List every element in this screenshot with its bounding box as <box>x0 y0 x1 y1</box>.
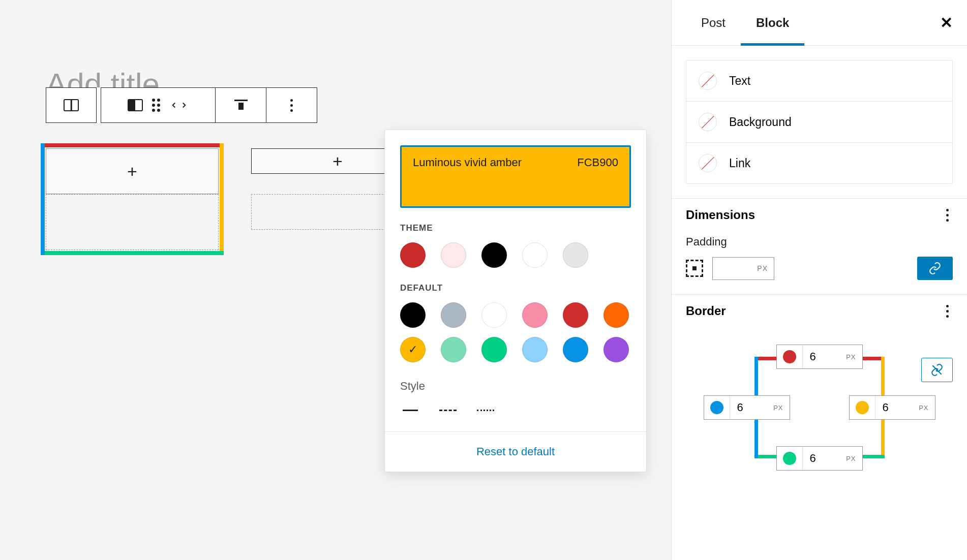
column-placeholder <box>46 194 219 250</box>
border-visual: 6 PX 6 PX 6 PX 6 PX <box>728 347 911 469</box>
swatch-white[interactable] <box>481 302 507 328</box>
color-hex: FCB900 <box>577 156 618 169</box>
theme-label: THEME <box>400 223 631 233</box>
more-options-button[interactable] <box>266 87 317 123</box>
column-1[interactable]: + <box>41 143 224 255</box>
block-appender[interactable]: + <box>46 148 219 194</box>
border-right-control[interactable]: 6 PX <box>849 395 935 420</box>
text-color-indicator <box>699 72 717 90</box>
swatch-red[interactable] <box>563 302 588 328</box>
block-toolbar <box>46 87 317 123</box>
border-top-unit: PX <box>846 353 862 361</box>
swatch-orange[interactable] <box>603 302 629 328</box>
column-select-icon[interactable] <box>128 99 143 111</box>
vertical-align-button[interactable] <box>216 87 266 123</box>
border-left-unit: PX <box>773 404 789 412</box>
columns-icon <box>64 99 79 111</box>
border-top-value[interactable]: 6 <box>803 350 847 363</box>
color-picker-popover: Luminous vivid amber FCB900 THEME DEFAUL… <box>384 130 647 472</box>
text-color-label: Text <box>729 74 750 88</box>
color-panel: Text Background Link <box>672 46 967 198</box>
style-dashed[interactable] <box>438 404 458 416</box>
columns-block: + + <box>41 143 429 255</box>
padding-input[interactable]: PX <box>712 257 774 280</box>
border-heading: Border <box>686 304 726 318</box>
border-header: Border <box>672 295 967 327</box>
default-swatches-row2 <box>400 337 631 362</box>
unlink-sides-button[interactable] <box>921 358 953 382</box>
selected-color-chip: Luminous vivid amber FCB900 <box>400 145 631 208</box>
swatch-lightblue[interactable] <box>522 337 548 362</box>
swatch-theme-4[interactable] <box>563 242 588 268</box>
dimensions-heading: Dimensions <box>686 208 755 222</box>
border-left-value[interactable]: 6 <box>730 401 774 414</box>
columns-block-button[interactable] <box>46 87 97 123</box>
theme-swatches <box>400 242 631 268</box>
style-dotted[interactable] <box>475 404 496 416</box>
swatch-black[interactable] <box>400 302 426 328</box>
swatch-lightgreen[interactable] <box>441 337 466 362</box>
link-color-indicator <box>699 154 717 172</box>
chevron-left-icon <box>169 101 178 110</box>
swatch-gray[interactable] <box>441 302 466 328</box>
border-bottom-color-dot[interactable] <box>783 452 796 465</box>
dimensions-header: Dimensions <box>672 199 967 231</box>
plus-icon: + <box>333 152 343 170</box>
default-label: DEFAULT <box>400 283 631 293</box>
padding-icon <box>686 260 703 277</box>
plus-icon: + <box>127 163 137 180</box>
border-left-control[interactable]: 6 PX <box>704 395 790 420</box>
border-bottom-control[interactable]: 6 PX <box>776 446 863 471</box>
swatch-amber[interactable] <box>400 337 426 362</box>
background-color-indicator <box>699 113 717 131</box>
swatch-purple[interactable] <box>603 337 629 362</box>
unlink-icon <box>930 363 944 377</box>
border-left-color-dot[interactable] <box>710 401 723 414</box>
link-icon <box>928 262 942 275</box>
border-options-button[interactable] <box>942 301 953 322</box>
background-color-label: Background <box>729 115 792 129</box>
drag-handle-icon[interactable] <box>152 99 160 112</box>
dimensions-options-button[interactable] <box>942 205 953 226</box>
tab-post[interactable]: Post <box>686 0 741 45</box>
swatch-theme-2[interactable] <box>481 242 507 268</box>
swatch-pink[interactable] <box>522 302 548 328</box>
border-right-value[interactable]: 6 <box>875 401 919 414</box>
border-right-unit: PX <box>919 404 934 412</box>
chevron-right-icon <box>179 101 189 110</box>
tab-block[interactable]: Block <box>741 0 804 45</box>
style-label: Style <box>400 380 631 393</box>
border-control: 6 PX 6 PX 6 PX 6 PX <box>672 327 967 483</box>
padding-unit: PX <box>757 264 768 272</box>
color-item-background[interactable]: Background <box>686 102 952 143</box>
swatch-blue[interactable] <box>563 337 588 362</box>
swatch-theme-0[interactable] <box>400 242 426 268</box>
swatch-green[interactable] <box>481 337 507 362</box>
border-bottom-unit: PX <box>846 455 862 462</box>
reset-to-default-button[interactable]: Reset to default <box>476 445 555 458</box>
align-top-icon <box>234 100 248 111</box>
more-vertical-icon <box>290 99 293 112</box>
border-top-color-dot[interactable] <box>783 350 796 363</box>
link-color-label: Link <box>729 157 750 170</box>
close-sidebar-button[interactable]: ✕ <box>940 14 953 32</box>
style-solid[interactable] <box>400 404 420 416</box>
toolbar-cluster <box>101 87 216 123</box>
default-swatches-row1 <box>400 302 631 328</box>
border-bottom-value[interactable]: 6 <box>803 452 847 465</box>
border-top-control[interactable]: 6 PX <box>776 345 863 369</box>
color-item-text[interactable]: Text <box>686 60 952 102</box>
swatch-theme-3[interactable] <box>522 242 548 268</box>
padding-label: Padding <box>686 235 953 248</box>
link-sides-button[interactable] <box>917 257 953 280</box>
border-style-options <box>400 404 631 416</box>
color-name: Luminous vivid amber <box>413 156 522 169</box>
settings-sidebar: Post Block ✕ Text Background Link Dimens… <box>671 0 967 560</box>
color-item-link[interactable]: Link <box>686 143 952 183</box>
border-right-color-dot[interactable] <box>856 401 869 414</box>
swatch-theme-1[interactable] <box>441 242 466 268</box>
move-buttons[interactable] <box>169 101 189 110</box>
padding-control: Padding PX <box>672 231 967 294</box>
sidebar-tabs: Post Block ✕ <box>672 0 967 46</box>
